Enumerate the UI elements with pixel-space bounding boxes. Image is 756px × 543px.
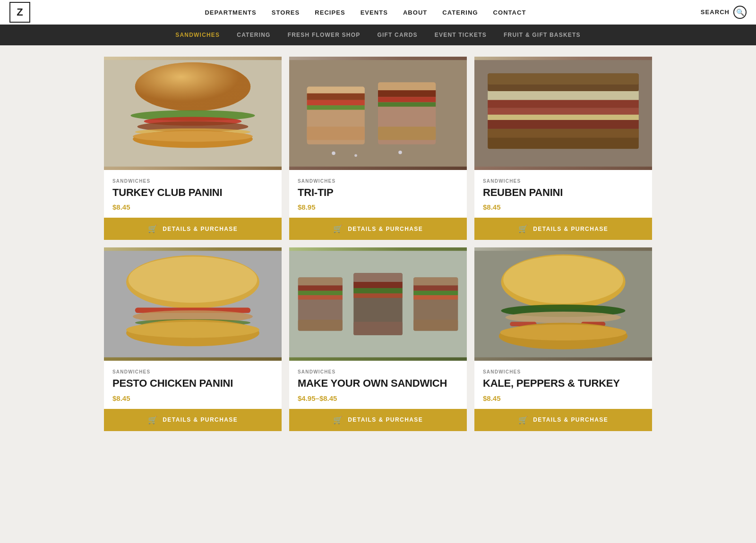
product-category: SANDWICHES <box>483 178 644 184</box>
svg-point-42 <box>126 322 259 338</box>
product-price: $8.45 <box>483 394 644 402</box>
svg-rect-12 <box>307 93 365 100</box>
product-image <box>104 57 282 170</box>
search-icon: 🔍 <box>736 8 744 16</box>
product-price: $8.45 <box>483 203 644 211</box>
product-category: SANDWICHES <box>112 178 273 184</box>
logo[interactable]: Z <box>9 2 30 23</box>
product-price: $8.45 <box>112 203 273 211</box>
svg-rect-58 <box>413 286 458 291</box>
products-grid: SANDWICHESTURKEY CLUB PANINI$8.45🛒DETAIL… <box>104 57 652 431</box>
product-image <box>289 247 467 361</box>
details-purchase-button[interactable]: 🛒DETAILS & PURCHASE <box>104 409 282 431</box>
main-nav-link[interactable]: RECIPES <box>315 9 345 16</box>
details-purchase-button[interactable]: 🛒DETAILS & PURCHASE <box>289 409 467 431</box>
svg-point-64 <box>503 256 623 304</box>
svg-rect-47 <box>298 291 343 295</box>
svg-point-66 <box>506 312 621 323</box>
product-category: SANDWICHES <box>483 369 644 374</box>
main-nav-link[interactable]: STORES <box>272 9 300 16</box>
svg-point-24 <box>398 151 402 154</box>
main-nav-list: DEPARTMENTSSTORESRECIPESEVENTSABOUTCATER… <box>205 8 526 17</box>
search-area: SEARCH 🔍 <box>701 6 747 19</box>
svg-rect-21 <box>378 127 436 140</box>
search-label: SEARCH <box>701 8 730 16</box>
svg-rect-52 <box>353 282 402 288</box>
main-nav-link[interactable]: DEPARTMENTS <box>205 9 256 16</box>
product-info: SANDWICHESTRI-TIP$8.95 <box>289 170 467 218</box>
main-nav-link[interactable]: ABOUT <box>403 9 427 16</box>
details-purchase-button[interactable]: 🛒DETAILS & PURCHASE <box>474 409 652 431</box>
product-name: MAKE YOUR OWN SANDWICH <box>298 377 458 389</box>
svg-rect-13 <box>307 100 365 105</box>
svg-point-2 <box>135 62 250 111</box>
sub-nav-link[interactable]: FRESH FLOWER SHOP <box>288 32 361 38</box>
product-image <box>474 247 652 361</box>
top-navigation: Z DEPARTMENTSSTORESRECIPESEVENTSABOUTCAT… <box>0 0 756 25</box>
product-info: SANDWICHESPESTO CHICKEN PANINI$8.45 <box>104 361 282 408</box>
svg-point-23 <box>354 154 357 157</box>
cart-icon: 🛒 <box>518 416 528 424</box>
details-purchase-button[interactable]: 🛒DETAILS & PURCHASE <box>104 218 282 240</box>
svg-rect-49 <box>298 320 343 331</box>
product-price: $4.95–$8.45 <box>298 394 458 402</box>
product-category: SANDWICHES <box>298 178 458 184</box>
button-label: DETAILS & PURCHASE <box>533 416 608 423</box>
product-card: SANDWICHESPESTO CHICKEN PANINI$8.45🛒DETA… <box>104 247 282 431</box>
svg-rect-20 <box>378 102 436 107</box>
svg-rect-29 <box>488 100 639 108</box>
svg-rect-18 <box>378 90 436 97</box>
sub-nav-link[interactable]: SANDWICHES <box>175 32 220 38</box>
main-nav-link[interactable]: CONTACT <box>493 9 526 16</box>
button-label: DETAILS & PURCHASE <box>348 226 423 232</box>
product-card: SANDWICHESTRI-TIP$8.95🛒DETAILS & PURCHAS… <box>289 57 467 240</box>
svg-rect-14 <box>307 105 365 110</box>
cart-icon: 🛒 <box>148 416 158 424</box>
details-purchase-button[interactable]: 🛒DETAILS & PURCHASE <box>474 218 652 240</box>
product-card: SANDWICHESTURKEY CLUB PANINI$8.45🛒DETAIL… <box>104 57 282 240</box>
details-purchase-button[interactable]: 🛒DETAILS & PURCHASE <box>289 218 467 240</box>
sub-navigation: SANDWICHESCATERINGFRESH FLOWER SHOPGIFT … <box>0 25 756 45</box>
main-nav-link[interactable]: CATERING <box>442 9 478 16</box>
svg-rect-31 <box>488 115 639 120</box>
cart-icon: 🛒 <box>518 224 528 233</box>
product-price: $8.45 <box>112 394 273 402</box>
button-label: DETAILS & PURCHASE <box>348 416 423 423</box>
product-category: SANDWICHES <box>112 369 273 374</box>
product-name: KALE, PEPPERS & TURKEY <box>483 377 644 389</box>
svg-rect-51 <box>353 273 402 282</box>
main-nav-item: DEPARTMENTS <box>205 8 256 17</box>
sub-nav-link[interactable]: EVENT TICKETS <box>435 32 487 38</box>
product-info: SANDWICHESKALE, PEPPERS & TURKEY$8.45 <box>474 361 652 408</box>
product-image <box>104 247 282 361</box>
product-name: TRI-TIP <box>298 187 458 198</box>
svg-rect-19 <box>378 97 436 102</box>
main-nav-link[interactable]: EVENTS <box>361 9 388 16</box>
product-category: SANDWICHES <box>298 369 458 374</box>
cart-icon: 🛒 <box>148 224 158 233</box>
sub-nav-link[interactable]: FRUIT & GIFT BASKETS <box>504 32 581 38</box>
product-name: REUBEN PANINI <box>483 187 644 198</box>
svg-rect-15 <box>307 127 365 140</box>
search-button[interactable]: 🔍 <box>733 6 747 19</box>
svg-point-37 <box>129 257 258 303</box>
svg-rect-48 <box>298 295 343 299</box>
svg-rect-54 <box>353 294 402 298</box>
main-nav-item: EVENTS <box>361 8 388 17</box>
product-info: SANDWICHESMAKE YOUR OWN SANDWICH$4.95–$8… <box>289 361 467 408</box>
svg-point-8 <box>133 131 253 142</box>
svg-rect-57 <box>413 278 458 286</box>
cart-icon: 🛒 <box>333 224 343 233</box>
svg-rect-34 <box>488 129 639 138</box>
product-name: TURKEY CLUB PANINI <box>112 187 273 198</box>
sub-nav-link[interactable]: GIFT CARDS <box>377 32 417 38</box>
button-label: DETAILS & PURCHASE <box>163 416 238 423</box>
main-nav-item: CONTACT <box>493 8 526 17</box>
product-image <box>474 57 652 170</box>
svg-rect-46 <box>298 286 343 291</box>
svg-rect-53 <box>353 288 402 293</box>
svg-rect-32 <box>488 120 639 129</box>
products-section: SANDWICHESTURKEY CLUB PANINI$8.45🛒DETAIL… <box>94 45 662 450</box>
sub-nav-link[interactable]: CATERING <box>237 32 270 38</box>
product-card: SANDWICHESKALE, PEPPERS & TURKEY$8.45🛒DE… <box>474 247 652 431</box>
